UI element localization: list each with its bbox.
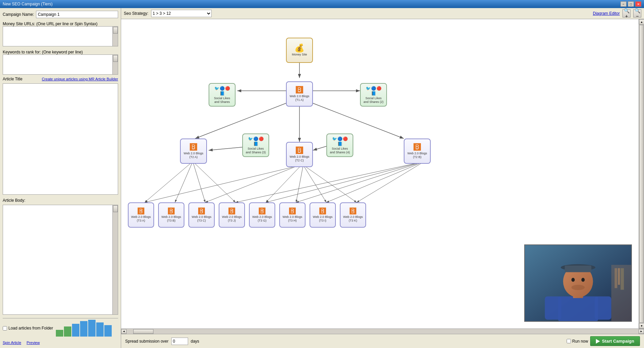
close-button[interactable]: ✕ xyxy=(635,1,641,7)
svg-rect-33 xyxy=(565,266,592,272)
spin-article-link[interactable]: Spin Article xyxy=(3,341,21,345)
scroll-up-arrow[interactable]: ▲ xyxy=(639,19,644,25)
node-social-likes-3[interactable]: 🐦🔵 🔴📘 Social Likesand Shares (3) xyxy=(242,133,269,157)
load-articles-label[interactable]: Load articles from Folder xyxy=(3,326,53,331)
webcam-content xyxy=(525,245,631,321)
svg-rect-27 xyxy=(618,268,620,285)
svg-point-36 xyxy=(571,285,585,290)
t3j-label: Web 2.0 Blogs(T3 J) xyxy=(222,215,242,223)
node-web20-t2c[interactable]: 🅱 Web 2.0 Blogs(T2 C) xyxy=(286,142,313,167)
diagram-wrapper: 💰 Money Site 🅱 Web 2.0 Blogs(T1 A) xyxy=(121,19,644,328)
keywords-scrollbar-thumb xyxy=(113,55,118,62)
maximize-button[interactable]: □ xyxy=(628,1,634,7)
web20-t1a-label: Web 2.0 Blogs(T1 A) xyxy=(290,94,309,102)
node-web20-t2a[interactable]: 🅱 Web 2.0 Blogs(T2 A) xyxy=(180,139,207,164)
left-bottom: Load articles from Folder xyxy=(3,318,118,338)
svg-rect-37 xyxy=(545,297,561,320)
preview-link[interactable]: Preview xyxy=(27,341,40,345)
t3a-label: Web 2.0 Blogs(T3 A) xyxy=(131,215,151,223)
zoom-in-button[interactable]: 🔍+ xyxy=(622,9,631,17)
zoom-out-button[interactable]: 🔍− xyxy=(633,9,641,17)
svg-rect-38 xyxy=(595,297,611,320)
article-title-row: Article Title Create unique articles usi… xyxy=(3,77,118,81)
svg-line-6 xyxy=(313,103,404,139)
scroll-right-arrow[interactable]: ► xyxy=(639,329,644,334)
strategy-label: Seo Strategy: xyxy=(124,11,148,16)
web20-t2a-icon: 🅱 xyxy=(190,144,197,151)
bar-4 xyxy=(80,321,87,337)
node-t3c[interactable]: 🅱 Web 2.0 Blogs(T3 C) xyxy=(188,202,215,228)
node-t3h[interactable]: 🅱 Web 2.0 Blogs(T3 H) xyxy=(279,202,306,228)
node-web20-t1a[interactable]: 🅱 Web 2.0 Blogs(T1 A) xyxy=(286,81,313,107)
start-campaign-button[interactable]: Start Campaign xyxy=(590,336,640,346)
t3i-icon: 🅱 xyxy=(319,208,326,215)
article-body-input[interactable] xyxy=(3,205,112,314)
vertical-scrollbar[interactable]: ▲ ▼ xyxy=(639,19,644,328)
scroll-down-arrow[interactable]: ▼ xyxy=(639,323,644,328)
webcam-overlay xyxy=(524,244,632,322)
article-body-scrollbar[interactable] xyxy=(112,205,118,314)
node-t3k[interactable]: 🅱 Web 2.0 Blogs(T3 K) xyxy=(340,202,366,228)
node-money-site[interactable]: 💰 Money Site xyxy=(286,38,313,63)
node-social-likes-2[interactable]: 🐦🔵 🔴📘 Social Likesand Shares (2) xyxy=(360,83,387,107)
days-input[interactable] xyxy=(171,338,188,345)
scroll-left-arrow[interactable]: ◄ xyxy=(121,329,127,334)
bar-chart xyxy=(56,320,118,337)
horizontal-scrollbar[interactable]: ◄ ► xyxy=(121,328,644,334)
svg-point-35 xyxy=(581,278,585,282)
article-title-input[interactable] xyxy=(3,83,118,195)
svg-rect-26 xyxy=(615,268,617,288)
money-urls-scrollbar[interactable] xyxy=(112,27,118,46)
node-t3a[interactable]: 🅱 Web 2.0 Blogs(T3 A) xyxy=(128,202,154,228)
svg-line-15 xyxy=(266,167,299,202)
campaign-name-label: Campaign Name: xyxy=(3,12,34,17)
t3h-label: Web 2.0 Blogs(T3 H) xyxy=(283,215,302,223)
bar-5 xyxy=(88,320,96,337)
load-articles-checkbox[interactable] xyxy=(3,326,7,331)
diagram-editor-link[interactable]: Diagram Editor xyxy=(593,11,620,16)
diagram-canvas: 💰 Money Site 🅱 Web 2.0 Blogs(T1 A) xyxy=(121,19,525,281)
title-bar: New SEO Campaign (Tiers) − □ ✕ xyxy=(0,0,644,8)
web20-t2b-icon: 🅱 xyxy=(414,144,421,151)
svg-line-14 xyxy=(205,167,294,202)
social-likes-1-label: Social Likesand Shares xyxy=(214,96,230,104)
main-container: Campaign Name: Campaign 1 Money Site URL… xyxy=(0,8,644,348)
social-icons-1: 🐦🔵 🔴📘 xyxy=(214,86,230,96)
t3b-icon: 🅱 xyxy=(168,208,175,215)
money-urls-section: Money Site URLs: (One URL per line or Sp… xyxy=(3,20,118,46)
app-title: New SEO Campaign (Tiers) xyxy=(3,2,52,6)
diagram-area[interactable]: 💰 Money Site 🅱 Web 2.0 Blogs(T1 A) xyxy=(121,19,639,328)
svg-line-11 xyxy=(193,164,205,202)
keywords-label: Keywords to rank for: (One keyword per l… xyxy=(3,50,118,54)
strategy-select[interactable]: 1 > 3 > 12 1 > 5 > 20 Custom xyxy=(151,10,212,17)
svg-line-12 xyxy=(195,164,236,202)
run-now-checkbox[interactable] xyxy=(567,339,571,343)
strategy-bar: Seo Strategy: 1 > 3 > 12 1 > 5 > 20 Cust… xyxy=(121,8,644,19)
run-now-label[interactable]: Run now xyxy=(567,339,588,344)
node-social-likes-4[interactable]: 🐦🔵 🔴📘 Social Likesand Shares (4) xyxy=(326,133,353,157)
t3g-icon: 🅱 xyxy=(259,208,265,215)
create-articles-link[interactable]: Create unique articles using MR Article … xyxy=(42,77,118,81)
money-urls-scrollbar-thumb xyxy=(113,27,118,34)
node-social-likes-1[interactable]: 🐦🔵 🔴📘 Social Likesand Shares xyxy=(209,83,236,107)
social-likes-3-label: Social Likesand Shares (3) xyxy=(246,147,266,154)
social-icons-2: 🐦🔵 🔴📘 xyxy=(365,86,382,96)
node-t3g[interactable]: 🅱 Web 2.0 Blogs(T3 G) xyxy=(249,202,275,228)
keywords-input[interactable] xyxy=(3,55,112,74)
svg-rect-28 xyxy=(620,268,624,290)
horizontal-scroll-thumb[interactable] xyxy=(133,329,153,334)
campaign-name-input[interactable]: Campaign 1 xyxy=(36,11,118,18)
vertical-scroll-thumb[interactable] xyxy=(639,25,644,323)
t3a-icon: 🅱 xyxy=(138,208,144,215)
node-t3j[interactable]: 🅱 Web 2.0 Blogs(T3 J) xyxy=(219,202,245,228)
node-web20-t2b[interactable]: 🅱 Web 2.0 Blogs(T2 B) xyxy=(404,139,431,164)
money-urls-container xyxy=(3,26,118,46)
spread-label: Spread submission over xyxy=(125,339,169,344)
webcam-video xyxy=(525,245,631,321)
money-urls-input[interactable] xyxy=(3,27,112,46)
window-controls: − □ ✕ xyxy=(620,1,641,7)
node-t3i[interactable]: 🅱 Web 2.0 Blogs(T3 I) xyxy=(310,202,336,228)
keywords-scrollbar[interactable] xyxy=(112,55,118,74)
node-t3b[interactable]: 🅱 Web 2.0 Blogs(T3 B) xyxy=(158,202,184,228)
minimize-button[interactable]: − xyxy=(620,1,627,7)
